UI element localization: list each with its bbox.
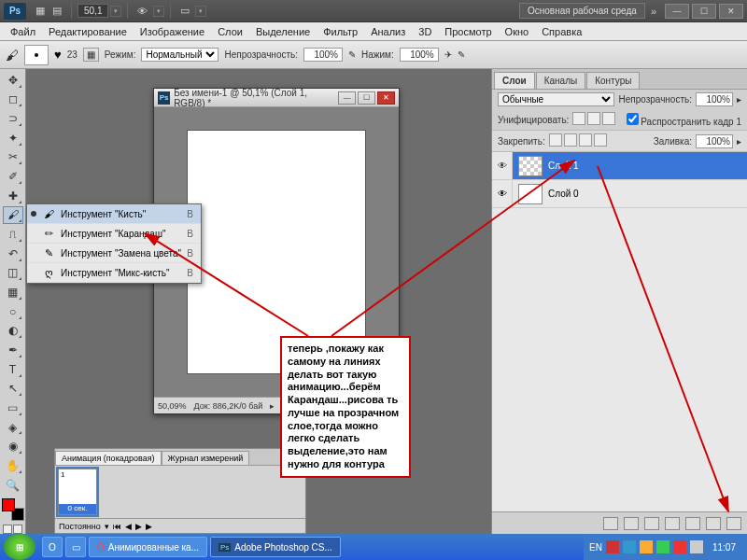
loop-select[interactable]: Постоянно (59, 522, 101, 531)
menu-help[interactable]: Справка (535, 24, 588, 39)
new-layer-icon[interactable] (706, 517, 721, 530)
quicklaunch-desktop[interactable]: ▭ (65, 537, 86, 557)
doc-minimize-button[interactable]: — (338, 91, 356, 105)
zoom-dropdown-icon[interactable]: ▾ (110, 6, 121, 17)
quickmask-toggle[interactable] (3, 525, 22, 534)
shape-tool[interactable]: ▭ (3, 399, 23, 417)
gradient-tool[interactable]: ▦ (3, 283, 23, 301)
menu-3d[interactable]: 3D (412, 24, 438, 39)
clock[interactable]: 11:07 (707, 542, 741, 553)
tablet-size-icon[interactable]: ✎ (458, 49, 465, 60)
layer-thumbnail[interactable] (518, 184, 543, 204)
brush-panel-icon[interactable]: ▦ (83, 48, 99, 62)
path-select-tool[interactable]: ↖ (3, 380, 23, 399)
tool-preset-icon[interactable]: 🖌 (6, 48, 19, 63)
menu-analysis[interactable]: Анализ (364, 24, 412, 39)
blend-mode-select[interactable]: Нормальный (141, 48, 218, 62)
flyout-item-brush[interactable]: 🖌 Инструмент "Кисть"B (27, 204, 201, 224)
layer-name[interactable]: Слой 1 (548, 161, 579, 171)
layer-blend-select[interactable]: Обычные (498, 92, 614, 106)
quicklaunch-opera[interactable]: O (42, 537, 63, 557)
eyedropper-tool[interactable]: ✐ (3, 167, 23, 186)
tray-icon[interactable] (673, 540, 686, 553)
blur-tool[interactable]: ○ (3, 302, 23, 321)
airbrush-icon[interactable]: ✈ (444, 49, 452, 60)
menu-file[interactable]: Файл (4, 24, 42, 39)
lock-transparent-icon[interactable] (549, 133, 562, 147)
3d-camera-tool[interactable]: ◉ (3, 437, 23, 455)
zoom-tool[interactable]: 🔍 (3, 476, 23, 495)
eraser-tool[interactable]: ◫ (3, 264, 23, 283)
flyout-item-color-replace[interactable]: ✎ Инструмент "Замена цвета"B (27, 244, 201, 263)
visibility-toggle[interactable]: 👁 (492, 152, 513, 179)
tab-animation[interactable]: Анимация (покадровая) (55, 451, 162, 465)
tab-measurement-log[interactable]: Журнал измерений (162, 451, 250, 465)
menu-filter[interactable]: Фильтр (317, 24, 364, 39)
delete-layer-icon[interactable] (726, 517, 741, 530)
propagate-checkbox[interactable] (627, 113, 639, 125)
unify-position-icon[interactable] (572, 112, 585, 125)
tab-channels[interactable]: Каналы (536, 72, 586, 89)
lang-indicator[interactable]: EN (589, 542, 602, 553)
layer-thumbnail[interactable] (518, 156, 543, 176)
doc-zoom-value[interactable]: 50,09% (158, 401, 187, 411)
document-titlebar[interactable]: Ps Без имени-1 @ 50,1% (Слой 1, RGB/8) *… (154, 89, 399, 107)
lock-all-icon[interactable] (594, 133, 607, 147)
move-tool[interactable]: ✥ (3, 71, 23, 90)
layer-row[interactable]: 👁 Слой 0 (492, 180, 747, 208)
doc-maximize-button[interactable]: ☐ (358, 91, 375, 105)
frame-duration[interactable]: 0 сек. (59, 504, 96, 514)
screen-mode-icon[interactable]: ▭ (176, 5, 193, 17)
tray-icon[interactable] (623, 540, 636, 553)
close-button[interactable]: ✕ (719, 4, 743, 19)
bridge-icon[interactable]: ▦ (32, 5, 49, 17)
minimize-button[interactable]: — (665, 4, 689, 19)
opacity-input[interactable]: 100% (303, 48, 343, 62)
play-button[interactable]: ▶ (135, 522, 142, 531)
pen-tool[interactable]: ✒ (3, 341, 23, 359)
brush-tool[interactable]: 🖌 (3, 206, 23, 225)
lasso-tool[interactable]: ⊃ (3, 109, 23, 128)
layer-row[interactable]: 👁 Слой 1 (492, 152, 747, 180)
view-proof-icon[interactable]: 👁 (134, 6, 151, 17)
flow-input[interactable]: 100% (400, 48, 439, 62)
lock-pixels-icon[interactable] (564, 133, 577, 147)
layer-style-icon[interactable] (624, 517, 639, 530)
heal-tool[interactable]: ✚ (3, 187, 23, 205)
screen-dropdown-icon[interactable]: ▾ (195, 6, 206, 17)
menu-select[interactable]: Выделение (249, 24, 317, 39)
first-frame-button[interactable]: ⏮ (113, 522, 121, 531)
layer-group-icon[interactable] (685, 517, 700, 530)
tablet-opacity-icon[interactable]: ✎ (348, 49, 356, 60)
workspace-switcher[interactable]: Основная рабочая среда (519, 3, 645, 19)
chevron-right-icon[interactable]: ▸ (270, 401, 275, 411)
menu-image[interactable]: Изображение (134, 24, 211, 39)
lock-position-icon[interactable] (579, 133, 592, 147)
adjustment-layer-icon[interactable] (665, 517, 680, 530)
next-frame-button[interactable]: ▶ (146, 522, 152, 531)
unify-style-icon[interactable] (602, 112, 615, 125)
visibility-toggle[interactable]: 👁 (492, 180, 513, 207)
layer-mask-icon[interactable] (644, 517, 659, 530)
fill-input[interactable]: 100% (696, 134, 733, 148)
animation-frame[interactable]: 1 0 сек. (58, 469, 97, 515)
zoom-level[interactable]: 50,1 (78, 4, 108, 18)
doc-close-button[interactable]: ✕ (377, 91, 395, 105)
color-swatches[interactable] (2, 498, 24, 521)
menu-edit[interactable]: Редактирование (42, 24, 134, 39)
wand-tool[interactable]: ✦ (3, 129, 23, 147)
flyout-item-pencil[interactable]: ✏ Инструмент "Карандаш"B (27, 224, 201, 244)
tab-layers[interactable]: Слои (494, 72, 535, 89)
history-brush-tool[interactable]: ↶ (3, 245, 23, 263)
tray-volume-icon[interactable] (690, 540, 703, 553)
chevron-double-right-icon[interactable]: » (645, 6, 662, 17)
menu-window[interactable]: Окно (499, 24, 536, 39)
brush-preview[interactable] (24, 45, 49, 65)
tray-icon[interactable] (656, 540, 669, 553)
type-tool[interactable]: T (3, 360, 23, 379)
unify-visibility-icon[interactable] (587, 112, 600, 125)
taskbar-item-opera[interactable]: OАнимированные ка... (89, 537, 207, 557)
layer-name[interactable]: Слой 0 (548, 189, 579, 199)
view-dropdown-icon[interactable]: ▾ (153, 6, 164, 17)
start-button[interactable]: ⊞ (4, 534, 35, 560)
